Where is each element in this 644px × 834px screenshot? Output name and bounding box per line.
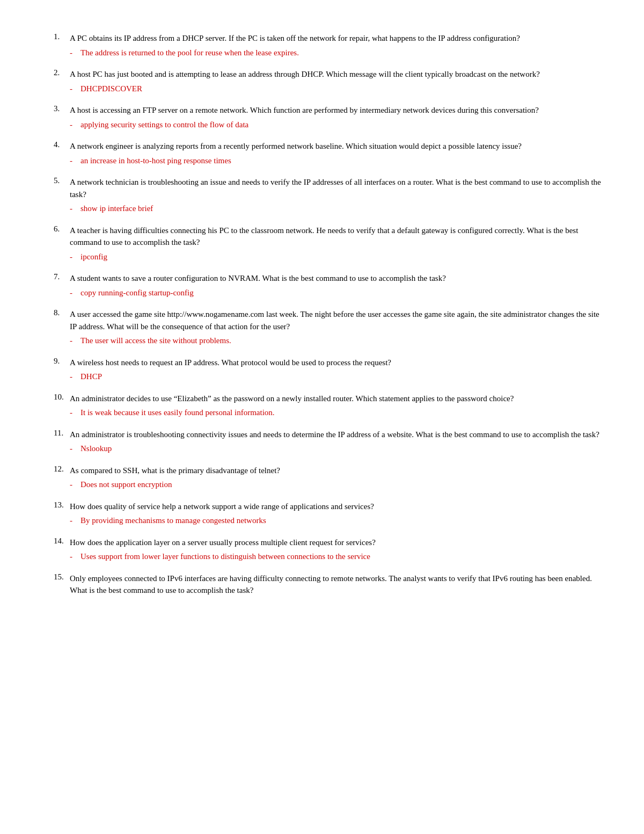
answer-text-10: It is weak because it uses easily found … (70, 407, 601, 419)
question-item-5: A network technician is troubleshooting … (54, 176, 601, 215)
question-item-15: Only employees connected to IPv6 interfa… (54, 572, 601, 597)
question-item-14: How does the application layer on a serv… (54, 536, 601, 563)
question-item-10: An administrator decides to use “Elizabe… (54, 393, 601, 419)
question-text-14: How does the application layer on a serv… (70, 538, 376, 547)
question-text-15: Only employees connected to IPv6 interfa… (70, 574, 592, 595)
question-text-3: A host is accessing an FTP server on a r… (70, 106, 539, 114)
question-text-10: An administrator decides to use “Elizabe… (70, 394, 514, 403)
question-item-12: As compared to SSH, what is the primary … (54, 465, 601, 491)
question-text-6: A teacher is having difficulties connect… (70, 226, 578, 247)
answer-text-7: copy running-config startup-config (70, 287, 601, 299)
question-text-5: A network technician is troubleshooting … (70, 178, 601, 199)
questions-list: A PC obtains its IP address from a DHCP … (54, 32, 601, 597)
answer-text-8: The user will access the site without pr… (70, 335, 601, 347)
question-text-7: A student wants to save a router configu… (70, 274, 446, 282)
answer-text-1: The address is returned to the pool for … (70, 47, 601, 59)
answer-text-5: show ip interface brief (70, 202, 601, 215)
question-item-9: A wireless host needs to request an IP a… (54, 357, 601, 383)
answer-text-4: an increase in host-to-host ping respons… (70, 155, 601, 167)
question-text-2: A host PC has just booted and is attempt… (70, 70, 540, 78)
answer-text-13: By providing mechanisms to manage conges… (70, 514, 601, 527)
question-item-7: A student wants to save a router configu… (54, 272, 601, 299)
question-item-4: A network engineer is analyzing reports … (54, 140, 601, 166)
question-text-11: An administrator is troubleshooting conn… (70, 430, 599, 439)
answer-text-6: ipconfig (70, 251, 601, 263)
question-item-13: How does quality of service help a netwo… (54, 501, 601, 527)
question-item-3: A host is accessing an FTP server on a r… (54, 104, 601, 130)
question-text-8: A user accessed the game site http://www… (70, 310, 599, 331)
question-item-1: A PC obtains its IP address from a DHCP … (54, 32, 601, 59)
answer-text-14: Uses support from lower layer functions … (70, 550, 601, 563)
answer-text-9: DHCP (70, 371, 601, 383)
question-text-9: A wireless host needs to request an IP a… (70, 358, 391, 367)
question-item-8: A user accessed the game site http://www… (54, 308, 601, 347)
question-item-2: A host PC has just booted and is attempt… (54, 68, 601, 95)
question-item-11: An administrator is troubleshooting conn… (54, 429, 601, 455)
question-text-1: A PC obtains its IP address from a DHCP … (70, 34, 520, 42)
question-text-4: A network engineer is analyzing reports … (70, 142, 522, 150)
answer-text-2: DHCPDISCOVER (70, 83, 601, 95)
answer-text-3: applying security settings to control th… (70, 119, 601, 131)
answer-text-12: Does not support encryption (70, 478, 601, 491)
answer-text-11: Nslookup (70, 443, 601, 455)
question-text-12: As compared to SSH, what is the primary … (70, 466, 280, 475)
question-text-13: How does quality of service help a netwo… (70, 502, 374, 511)
question-item-6: A teacher is having difficulties connect… (54, 224, 601, 263)
